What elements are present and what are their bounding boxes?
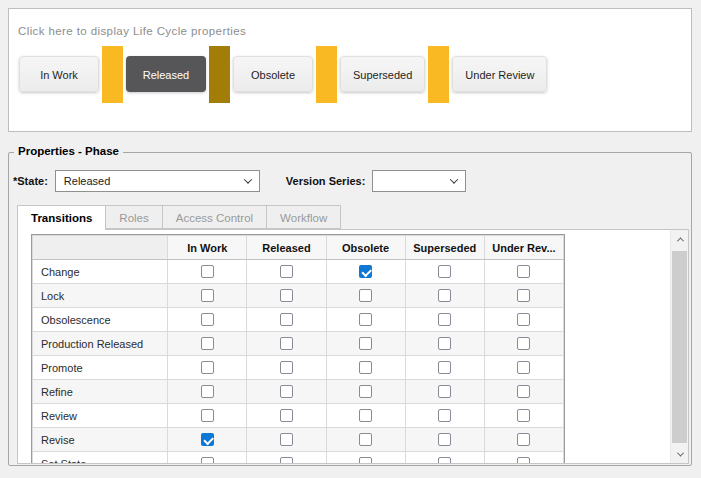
checkbox-set-state-superseded[interactable]	[438, 457, 451, 464]
checkbox-review-obsolete[interactable]	[359, 409, 372, 422]
lifecycle-state-under-review[interactable]: Under Review	[452, 56, 547, 92]
lifecycle-state-released[interactable]: Released	[126, 56, 206, 92]
cell-lock-released	[247, 284, 326, 308]
lifecycle-states-row: In WorkReleasedObsoleteSupersededUnder R…	[17, 45, 691, 103]
checkbox-obsolescence-released[interactable]	[280, 313, 293, 326]
checkbox-review-released[interactable]	[280, 409, 293, 422]
cell-obsolescence-released	[247, 308, 326, 332]
column-header-in-work: In Work	[168, 236, 247, 260]
lifecycle-state-obsolete[interactable]: Obsolete	[233, 56, 313, 92]
checkbox-production-released-superseded[interactable]	[438, 337, 451, 350]
table-row-review: Review	[33, 404, 564, 428]
checkbox-promote-superseded[interactable]	[438, 361, 451, 374]
vertical-scrollbar[interactable]	[670, 230, 688, 463]
lifecycle-state-superseded[interactable]: Superseded	[340, 56, 425, 92]
checkbox-change-under-rev[interactable]	[517, 265, 530, 278]
row-label: Obsolescence	[33, 308, 168, 332]
tab-access-control[interactable]: Access Control	[163, 205, 267, 229]
checkbox-obsolescence-obsolete[interactable]	[359, 313, 372, 326]
checkbox-lock-obsolete[interactable]	[359, 289, 372, 302]
checkbox-production-released-released[interactable]	[280, 337, 293, 350]
cell-revise-superseded	[405, 428, 484, 452]
tab-roles[interactable]: Roles	[106, 205, 162, 229]
checkbox-lock-superseded[interactable]	[438, 289, 451, 302]
checkbox-promote-in-work[interactable]	[201, 361, 214, 374]
checkbox-set-state-under-rev[interactable]	[517, 457, 530, 464]
properties-phase-panel: Properties - Phase *State: Released Vers…	[8, 152, 692, 466]
scroll-down-button[interactable]	[671, 445, 689, 463]
checkbox-production-released-in-work[interactable]	[201, 337, 214, 350]
tab-transitions[interactable]: Transitions	[17, 205, 106, 230]
cell-review-released	[247, 404, 326, 428]
chevron-down-icon	[676, 449, 683, 456]
scrollbar-thumb[interactable]	[672, 251, 687, 443]
lifecycle-connector	[316, 46, 337, 103]
row-label: Promote	[33, 356, 168, 380]
checkbox-change-obsolete[interactable]	[359, 265, 372, 278]
checkbox-review-in-work[interactable]	[201, 409, 214, 422]
state-select-value: Released	[64, 175, 110, 187]
checkbox-promote-released[interactable]	[280, 361, 293, 374]
lifecycle-connector	[209, 46, 230, 103]
cell-lock-under-rev	[484, 284, 563, 308]
checkbox-set-state-in-work[interactable]	[201, 457, 214, 464]
chevron-up-icon	[676, 237, 683, 244]
lifecycle-hint-link[interactable]: Click here to display Life Cycle propert…	[9, 9, 691, 37]
cell-production-released-superseded	[405, 332, 484, 356]
checkbox-lock-under-rev[interactable]	[517, 289, 530, 302]
checkbox-change-superseded[interactable]	[438, 265, 451, 278]
table-header-row: In WorkReleasedObsoleteSupersededUnder R…	[33, 236, 564, 260]
checkbox-lock-released[interactable]	[280, 289, 293, 302]
checkbox-set-state-obsolete[interactable]	[359, 457, 372, 464]
table-row-refine: Refine	[33, 380, 564, 404]
tab-workflow[interactable]: Workflow	[267, 205, 341, 229]
checkbox-refine-superseded[interactable]	[438, 385, 451, 398]
cell-review-in-work	[168, 404, 247, 428]
cell-change-superseded	[405, 260, 484, 284]
state-select[interactable]: Released	[55, 170, 260, 192]
properties-phase-legend: Properties - Phase	[14, 145, 123, 157]
table-row-obsolescence: Obsolescence	[33, 308, 564, 332]
checkbox-production-released-under-rev[interactable]	[517, 337, 530, 350]
checkbox-lock-in-work[interactable]	[201, 289, 214, 302]
checkbox-revise-in-work[interactable]	[201, 433, 214, 446]
checkbox-obsolescence-superseded[interactable]	[438, 313, 451, 326]
chevron-down-icon	[450, 175, 458, 183]
table-row-promote: Promote	[33, 356, 564, 380]
checkbox-revise-under-rev[interactable]	[517, 433, 530, 446]
checkbox-set-state-released[interactable]	[280, 457, 293, 464]
checkbox-revise-superseded[interactable]	[438, 433, 451, 446]
checkbox-obsolescence-under-rev[interactable]	[517, 313, 530, 326]
checkbox-obsolescence-in-work[interactable]	[201, 313, 214, 326]
table-row-set-state: Set State	[33, 452, 564, 465]
cell-refine-in-work	[168, 380, 247, 404]
cell-revise-obsolete	[326, 428, 405, 452]
checkbox-production-released-obsolete[interactable]	[359, 337, 372, 350]
version-series-select[interactable]	[372, 170, 466, 192]
scroll-up-button[interactable]	[671, 230, 689, 248]
transitions-tab-content: In WorkReleasedObsoleteSupersededUnder R…	[17, 229, 689, 464]
lifecycle-state-in-work[interactable]: In Work	[19, 56, 99, 92]
checkbox-revise-obsolete[interactable]	[359, 433, 372, 446]
checkbox-change-released[interactable]	[280, 265, 293, 278]
checkbox-review-under-rev[interactable]	[517, 409, 530, 422]
cell-set-state-in-work	[168, 452, 247, 465]
column-header-under-rev: Under Rev...	[484, 236, 563, 260]
checkbox-refine-in-work[interactable]	[201, 385, 214, 398]
cell-lock-obsolete	[326, 284, 405, 308]
cell-obsolescence-superseded	[405, 308, 484, 332]
row-label: Review	[33, 404, 168, 428]
checkbox-promote-obsolete[interactable]	[359, 361, 372, 374]
checkbox-revise-released[interactable]	[280, 433, 293, 446]
checkbox-refine-under-rev[interactable]	[517, 385, 530, 398]
checkbox-review-superseded[interactable]	[438, 409, 451, 422]
checkbox-refine-released[interactable]	[280, 385, 293, 398]
cell-set-state-obsolete	[326, 452, 405, 465]
checkbox-promote-under-rev[interactable]	[517, 361, 530, 374]
state-label: *State:	[13, 175, 48, 187]
cell-refine-under-rev	[484, 380, 563, 404]
cell-lock-in-work	[168, 284, 247, 308]
checkbox-change-in-work[interactable]	[201, 265, 214, 278]
table-row-lock: Lock	[33, 284, 564, 308]
checkbox-refine-obsolete[interactable]	[359, 385, 372, 398]
